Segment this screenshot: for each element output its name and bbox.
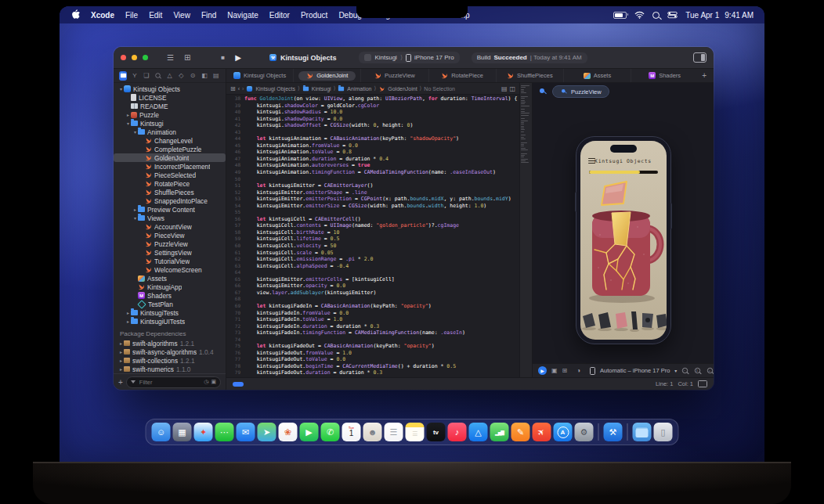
package-item-swift-async-algorithms[interactable]: ▸swift-async-algorithms1.0.4 (114, 347, 226, 356)
system-settings-icon[interactable]: ⚙ (575, 423, 594, 441)
sidebar-item-snappedintoplace[interactable]: SnappedIntoPlace (114, 196, 226, 205)
iphone-screen[interactable]: Kintsugi Objects (580, 141, 667, 340)
sidebar-item-kintsugitests[interactable]: ▸KintsugiTests (114, 308, 226, 317)
disclosure-icon[interactable]: ▾ (132, 215, 138, 221)
wifi-icon[interactable] (634, 11, 645, 19)
menu-item-navigate[interactable]: Navigate (222, 11, 263, 20)
debug-navigator-icon[interactable]: ⊙ (189, 71, 197, 81)
related-items-icon[interactable]: ⊞ (230, 85, 236, 92)
minimize-button[interactable] (132, 55, 137, 60)
device-settings-icon[interactable]: ▣ (551, 368, 558, 374)
editor-layout-icon[interactable] (693, 52, 707, 63)
sidebar-item-puzzle[interactable]: ▸Puzzle (114, 110, 226, 119)
preview-pin-pill[interactable]: PuzzleView (552, 85, 609, 98)
menu-app-name[interactable]: Xcode (85, 11, 120, 20)
breadcrumb-item-goldenjoint[interactable]: GoldenJoint (378, 85, 417, 92)
minimap[interactable] (519, 83, 533, 377)
disclosure-icon[interactable]: ▾ (118, 86, 124, 92)
sidebar-item-settingsview[interactable]: SettingsView (114, 248, 226, 257)
package-item-swift-collections[interactable]: ▸swift-collections1.2.1 (114, 356, 226, 365)
sidebar-item-completepuzzle[interactable]: CompletePuzzle (114, 145, 226, 153)
rocket-icon[interactable]: ✈ (533, 423, 551, 441)
disclosure-icon[interactable]: ▾ (125, 121, 131, 126)
sidebar-item-pieceselected[interactable]: PieceSelected (114, 171, 226, 179)
breakpoints-navigator-icon[interactable]: ◧ (201, 71, 208, 81)
tab-shufflepieces[interactable]: ShufflePieces (496, 69, 563, 82)
source-editor[interactable]: ⊞ ‹ › Kintsugi Objects⟩Kintsugi⟩Animatio… (226, 83, 519, 377)
live-preview-button[interactable]: ▶ (538, 366, 547, 375)
music-icon[interactable]: ♪ (448, 423, 467, 441)
disclosure-icon[interactable]: ▸ (125, 112, 131, 117)
tab-overview-icon[interactable]: ⊞ (182, 53, 193, 63)
sidebar-item-goldenjoint[interactable]: GoldenJoint (114, 153, 226, 162)
sidebar-item-license[interactable]: LICENSE (114, 93, 226, 102)
notes-icon[interactable]: ☰ (406, 423, 425, 441)
find-navigator-icon[interactable] (154, 71, 161, 81)
preview-destination[interactable]: Automatic – iPhone 17 Pro (600, 367, 670, 374)
sidebar-item-welcomescreen[interactable]: WelcomeScreen (114, 265, 226, 274)
menu-item-file[interactable]: File (120, 11, 143, 20)
xcode-icon[interactable]: ⚒ (604, 423, 623, 441)
sidebar-item-rotatepiece[interactable]: RotatePiece (114, 179, 226, 188)
tab-assets[interactable]: Assets (563, 69, 631, 82)
menu-item-find[interactable]: Find (196, 11, 222, 20)
sidebar-toggle-icon[interactable]: ☰ (164, 53, 176, 63)
editor-options-icon[interactable]: ▤ (501, 85, 508, 92)
disclosure-icon[interactable]: ▸ (118, 340, 124, 346)
filter-scm-icon[interactable]: ▣ (211, 379, 216, 385)
zoom-out-icon[interactable]: − (681, 367, 688, 374)
tab-rotatepiece[interactable]: RotatePiece (428, 69, 496, 82)
add-tab-button[interactable]: + (698, 71, 710, 80)
sidebar-item-incorrectplacement[interactable]: IncorrectPlacement (114, 162, 226, 171)
variants-grid-icon[interactable]: ⊞ (562, 368, 568, 374)
project-navigator-icon[interactable] (119, 71, 127, 81)
menu-item-edit[interactable]: Edit (143, 11, 168, 20)
filter-input[interactable] (138, 378, 188, 387)
sidebar-item-testplan[interactable]: TestPlan (114, 300, 226, 308)
tests-navigator-icon[interactable]: ◇ (177, 71, 185, 81)
split-editor-icon[interactable]: ◫ (509, 85, 515, 92)
close-button[interactable] (121, 55, 126, 60)
sidebar-item-views[interactable]: ▾Views (114, 214, 226, 222)
pages-icon[interactable]: ✎ (511, 423, 530, 441)
keynote-icon[interactable]: △ (469, 423, 488, 441)
add-file-button[interactable]: + (118, 378, 123, 387)
disclosure-icon[interactable]: ▸ (118, 358, 124, 363)
facetime-icon[interactable]: ▶ (300, 423, 319, 441)
disclosure-icon[interactable]: ▸ (118, 366, 124, 372)
sidebar-item-shufflepieces[interactable]: ShufflePieces (114, 188, 226, 196)
disclosure-icon[interactable]: ▸ (125, 310, 131, 315)
phone-icon[interactable]: ✆ (321, 423, 340, 441)
apple-menu[interactable] (70, 9, 85, 20)
reminders-icon[interactable]: ☰ (385, 423, 403, 441)
run-button[interactable]: ▶ (233, 53, 244, 63)
menu-item-product[interactable]: Product (295, 11, 333, 20)
battery-icon[interactable] (613, 12, 627, 19)
sidebar-item-kintsugiuitests[interactable]: ▸KintsugiUITests (114, 317, 226, 326)
numbers-icon[interactable]: ▂▅▇ (490, 423, 509, 441)
forward-icon[interactable]: › (242, 86, 244, 92)
photos-icon[interactable]: ❀ (279, 423, 298, 441)
messages-icon[interactable]: ⋯ (215, 423, 234, 441)
bookmarks-navigator-icon[interactable]: ❏ (143, 71, 150, 81)
disclosure-icon[interactable]: ▸ (125, 319, 131, 324)
menu-item-editor[interactable]: Editor (264, 11, 295, 20)
zoom-100-icon[interactable]: 1 (694, 367, 701, 374)
maps-icon[interactable]: ➤ (258, 423, 276, 441)
sidebar-item-assets[interactable]: Assets (114, 274, 226, 283)
control-center-icon[interactable] (667, 11, 678, 19)
reports-navigator-icon[interactable]: ▤ (212, 71, 220, 81)
menu-item-view[interactable]: View (168, 11, 196, 20)
scheme-selector[interactable]: Kintsugi ⟩ iPhone 17 Pro (359, 52, 459, 63)
sidebar-item-readme[interactable]: README (114, 102, 226, 110)
code-area[interactable]: 38func GoldenJoint(on view: UIView, alon… (226, 95, 519, 377)
tab-goldenjoint[interactable]: GoldenJoint (293, 69, 360, 82)
downloads-folder-icon[interactable] (633, 423, 652, 441)
search-icon[interactable] (652, 12, 660, 19)
sidebar-item-pieceview[interactable]: PieceView (114, 231, 226, 239)
tv-icon[interactable]: tv (427, 423, 446, 441)
disclosure-icon[interactable]: ▾ (132, 129, 138, 135)
finder-icon[interactable]: ☺ (152, 423, 171, 441)
sidebar-item-animation[interactable]: ▾Animation (114, 128, 226, 136)
launchpad-icon[interactable]: ▦ (173, 423, 192, 441)
